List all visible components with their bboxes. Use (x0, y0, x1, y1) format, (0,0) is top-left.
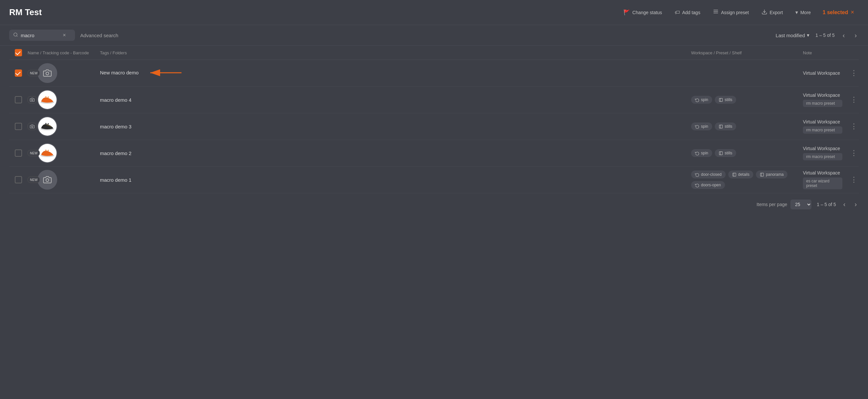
more-button[interactable]: ▾ More (790, 7, 816, 18)
row-checkbox-3[interactable] (9, 123, 28, 130)
advanced-search-button[interactable]: Advanced search (80, 33, 118, 38)
tag-spin-4: spin (691, 149, 712, 157)
flag-icon: 🚩 (623, 9, 630, 16)
new-badge: NEW (28, 70, 40, 76)
svg-rect-15 (719, 125, 723, 128)
shoe-thumb-2 (37, 90, 57, 110)
col-name: Name / Tracking code - Barcode (28, 50, 100, 55)
row-thumbnail-5: NEW (28, 170, 100, 190)
row-workspace-5: Virtual Workspace es car wizard preset (803, 170, 842, 189)
shoe-thumb-4 (37, 143, 57, 163)
footer-prev-button[interactable]: ‹ (841, 199, 848, 209)
table-row: NEW macro demo 2 (9, 140, 859, 167)
footer-pagination-range: 1 – 5 of 5 (817, 202, 836, 207)
search-bar: × Advanced search Last modified ▾ 1 – 5 … (0, 25, 868, 46)
tag-details-5: details (728, 171, 753, 178)
tag-stills-4: stills (715, 149, 736, 157)
annotation-arrow (145, 68, 185, 78)
row-checkbox-5[interactable] (9, 176, 28, 183)
header-actions: 🚩 Change status 🏷 Add tags Assign preset… (618, 6, 859, 19)
svg-rect-18 (719, 151, 723, 155)
camera-badge-3 (28, 123, 37, 130)
tag-doors-open-5: doors-open (691, 181, 725, 189)
row-workspace-1: Virtual Workspace (803, 70, 842, 76)
pagination-prev-button[interactable]: ‹ (841, 30, 847, 40)
pagination-next-button[interactable]: › (852, 30, 859, 40)
row-name-3: macro demo 3 (100, 124, 691, 130)
camera-badge-2 (28, 96, 37, 103)
row-more-button-2[interactable]: ⋮ (842, 95, 859, 104)
row-more-button-5[interactable]: ⋮ (842, 175, 859, 184)
camera-placeholder-5 (37, 170, 57, 190)
table-row: NEW macro demo 1 door-closed details pan… (9, 167, 859, 193)
svg-line-5 (17, 35, 18, 36)
search-input[interactable] (21, 33, 60, 38)
new-badge-5: NEW (28, 177, 40, 183)
selected-badge[interactable]: 1 selected × (818, 6, 859, 19)
row-tags-2: spin stills (691, 96, 803, 104)
svg-point-13 (32, 126, 33, 127)
items-per-page: Items per page 10 25 50 100 (756, 200, 811, 209)
search-clear-button[interactable]: × (63, 32, 66, 38)
row-name-5: macro demo 1 (100, 177, 691, 183)
new-badge-4: NEW (28, 150, 40, 156)
row-checkbox-1[interactable] (9, 69, 28, 77)
export-button[interactable]: Export (756, 6, 788, 19)
row-workspace-4: Virtual Workspace rm macro preset (803, 146, 842, 160)
select-all-checkbox[interactable] (9, 49, 28, 56)
tag-icon: 🏷 (675, 9, 680, 16)
footer-next-button[interactable]: › (852, 199, 859, 209)
tag-stills-3: stills (715, 122, 736, 131)
svg-rect-11 (719, 98, 723, 102)
chevron-down-icon: ▾ (795, 9, 798, 16)
svg-point-9 (32, 99, 33, 101)
change-status-button[interactable]: 🚩 Change status (618, 7, 667, 18)
preset-icon (713, 8, 719, 16)
col-note: Note (803, 50, 842, 55)
sort-controls: Last modified ▾ 1 – 5 of 5 ‹ › (776, 30, 859, 40)
table-row: macro demo 4 spin stills Virtual Workspa… (9, 87, 859, 113)
add-tags-button[interactable]: 🏷 Add tags (670, 7, 706, 18)
row-name-1: New macro demo (100, 68, 691, 78)
row-more-button-4[interactable]: ⋮ (842, 149, 859, 158)
search-input-wrapper: × (9, 30, 75, 41)
row-more-button-3[interactable]: ⋮ (842, 122, 859, 131)
tag-panorama-5: panorama (756, 171, 787, 178)
svg-point-4 (14, 33, 17, 36)
row-checkbox-4[interactable] (9, 149, 28, 157)
table-container: Name / Tracking code - Barcode Tags / Fo… (0, 46, 868, 193)
row-name-4: macro demo 2 (100, 150, 691, 156)
table-row: NEW New macro demo Vi (9, 60, 859, 87)
header: RM Test 🚩 Change status 🏷 Add tags Assig… (0, 0, 868, 25)
tag-door-closed-5: door-closed (691, 171, 725, 178)
shoe-thumb-3 (37, 117, 57, 136)
svg-point-20 (46, 179, 49, 182)
footer-pagination: Items per page 10 25 50 100 1 – 5 of 5 ‹… (0, 193, 868, 215)
row-workspace-3: Virtual Workspace rm macro preset (803, 119, 842, 134)
svg-point-6 (46, 72, 49, 75)
deselect-icon[interactable]: × (850, 9, 854, 16)
page-title: RM Test (9, 7, 42, 18)
search-icon (13, 32, 18, 38)
row-more-button-1[interactable]: ⋮ (842, 69, 859, 77)
tag-spin-2: spin (691, 96, 712, 104)
sort-button[interactable]: Last modified ▾ (776, 32, 809, 38)
row-tags-4: spin stills (691, 149, 803, 157)
per-page-select[interactable]: 10 25 50 100 (790, 200, 811, 209)
row-tags-3: spin stills (691, 122, 803, 131)
col-workspace: Workspace / Preset / Shelf (691, 50, 803, 55)
assign-preset-button[interactable]: Assign preset (708, 6, 754, 19)
svg-rect-23 (761, 173, 764, 176)
pagination-range-header: 1 – 5 of 5 (815, 33, 834, 38)
row-name-2: macro demo 4 (100, 97, 691, 103)
tag-spin-3: spin (691, 122, 712, 131)
tag-stills-2: stills (715, 96, 736, 104)
row-tags-5: door-closed details panorama doors-open (691, 171, 803, 189)
sort-chevron-icon: ▾ (807, 32, 809, 38)
row-thumbnail-1: NEW (28, 63, 100, 83)
table-row: macro demo 3 spin stills Virtual Workspa… (9, 113, 859, 140)
camera-placeholder (37, 63, 57, 83)
row-workspace-2: Virtual Workspace rm macro preset (803, 92, 842, 107)
row-thumbnail-4: NEW (28, 143, 100, 163)
row-checkbox-2[interactable] (9, 96, 28, 103)
